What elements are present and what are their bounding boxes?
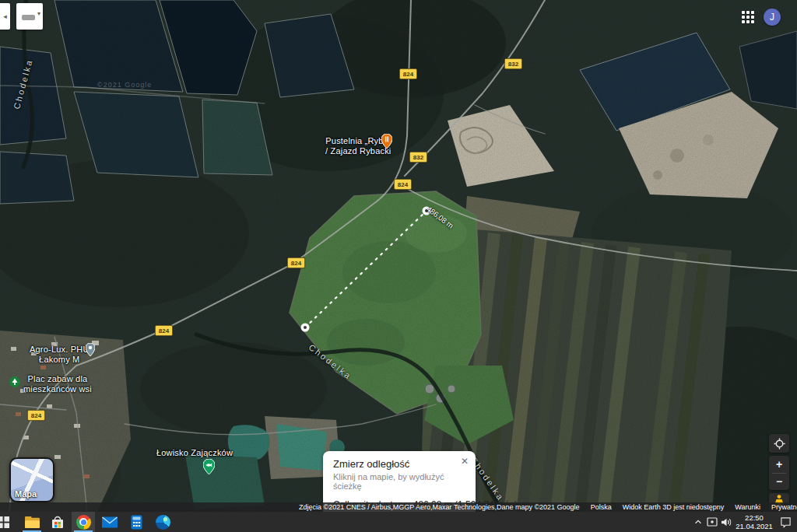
close-icon[interactable]: ✕ [461,456,469,467]
mail-icon [102,516,118,528]
poi-label-agrolux[interactable]: Agro-Lux. PHU Łakomy M [30,345,90,364]
windows-logo-icon [0,516,9,528]
side-panel-collapse-button[interactable]: ◂ [0,3,10,30]
menu-placeholder-icon [22,15,35,20]
calculator-icon [131,515,142,530]
desktop: Pustelnia „Ryby” / Zajazd Rybacki Agro-L… [0,0,797,532]
google-watermark: ©2021 Google [97,81,152,89]
attrib-terms-link[interactable]: Warunki [735,503,760,511]
road-shield: 832 [409,152,427,163]
microsoft-store-button[interactable] [46,512,69,532]
place-pin-icon[interactable] [86,343,95,356]
collapse-arrow-icon: ◂ [3,12,7,20]
chrome-icon [76,515,91,530]
road-shield: 824 [155,325,173,336]
road-shield: 824 [27,410,45,421]
dialog-hint: Kliknij na mapie, by wydłużyć ścieżkę [333,472,465,491]
my-location-button[interactable] [769,434,789,453]
chevron-down-icon: ▾ [37,10,40,17]
imagery-credits: Zdjęcia ©2021 CNES / Airbus,MGGP Aero,Ma… [299,503,580,511]
zoom-out-button[interactable]: − [769,474,789,491]
system-tray: 22:50 21.04.2021 [691,512,797,532]
tray-ime-icon [707,516,718,527]
park-icon[interactable] [9,376,20,387]
poi-label-plac-zabaw[interactable]: Plac zabaw dla mieszkańców wsi [23,374,92,394]
attrib-region[interactable]: Polska [591,503,612,511]
attribution-bar: Zdjęcia ©2021 CNES / Airbus,MGGP Aero,Ma… [0,502,797,512]
restaurant-pin-icon[interactable] [381,134,392,149]
clock-time: 22:50 [733,514,775,523]
dialog-title: Zmierz odległość [333,458,465,470]
google-apps-grid-icon[interactable] [742,11,754,23]
tray-input-indicator[interactable] [705,512,719,532]
attrib-privacy-link[interactable]: Prywatność [771,503,797,511]
volume-button[interactable] [719,512,733,532]
edge-icon [156,515,170,530]
satellite-imagery [0,0,797,512]
google-maps-canvas[interactable]: Pustelnia „Ryby” / Zajazd Rybacki Agro-L… [0,0,797,512]
speaker-icon [721,517,732,527]
minimap-label: Mapa [15,489,37,499]
tray-expand-button[interactable] [691,512,705,532]
zoom-control: + − [769,456,789,490]
account-avatar[interactable]: J [764,9,781,26]
windows-taskbar: 22:50 21.04.2021 [0,512,797,532]
clock-date: 21.04.2021 [733,523,775,531]
file-explorer-button[interactable] [20,512,44,532]
chrome-button[interactable] [72,512,95,532]
action-center-button[interactable] [775,512,795,532]
mail-button[interactable] [98,512,121,532]
calculator-button[interactable] [125,512,148,532]
search-box-stub[interactable]: ▾ [16,3,43,30]
microsoft-store-icon [51,515,65,530]
zoom-in-button[interactable]: + [769,456,789,473]
file-explorer-icon [24,516,40,529]
taskbar-clock[interactable]: 22:50 21.04.2021 [733,513,775,530]
road-shield: 824 [394,179,412,190]
road-shield: 824 [399,68,417,79]
road-shield: 832 [504,58,522,69]
attrib-earth-notice: Widok Earth 3D jest niedostępny [623,503,725,511]
chevron-up-icon [693,517,703,527]
my-location-icon [774,438,785,450]
minimap-toggle[interactable]: Mapa [9,457,54,502]
poi-label-lowisko[interactable]: Łowisko Zajączków [156,448,233,458]
start-button[interactable] [0,512,11,532]
road-shield: 824 [287,257,305,268]
edge-button[interactable] [151,512,174,532]
action-center-icon [780,516,792,528]
fishing-pin-icon[interactable] [203,459,215,474]
